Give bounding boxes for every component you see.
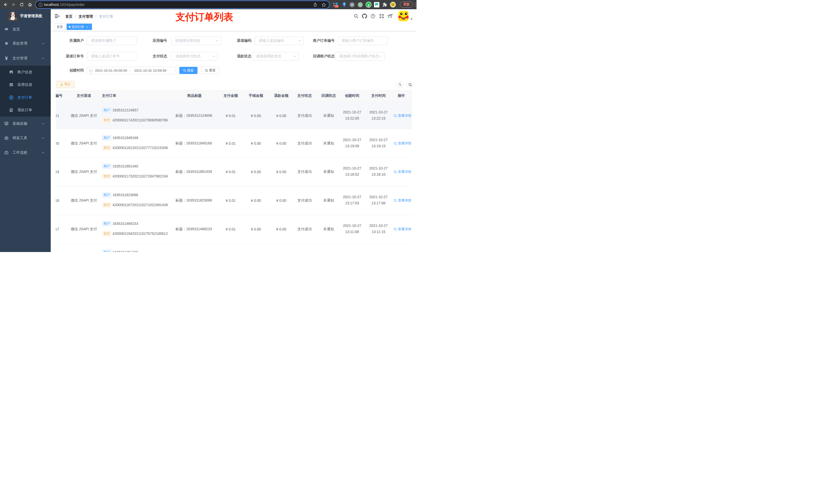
svg-text:y: y [367, 3, 370, 7]
svg-text:⌘: ⌘ [351, 3, 354, 7]
